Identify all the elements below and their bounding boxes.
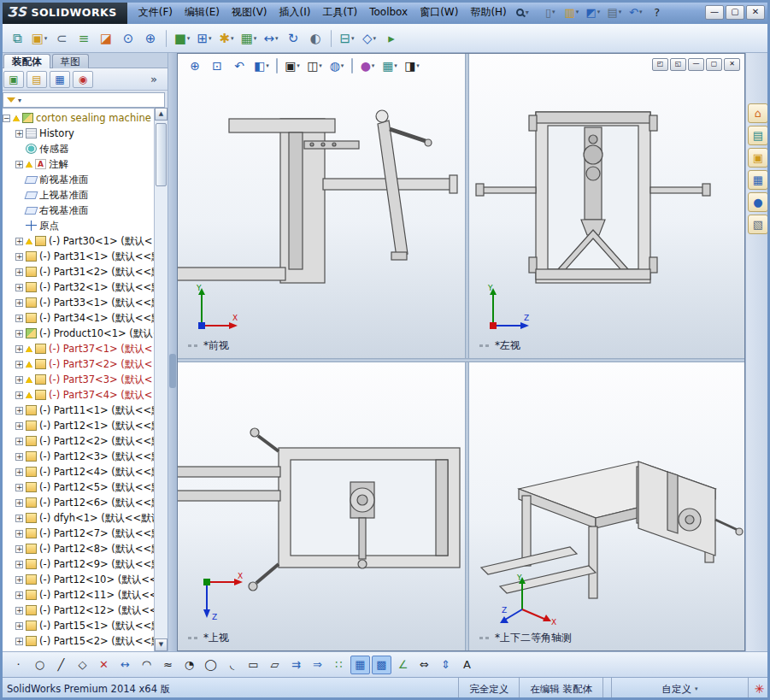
viewport-splitter-horizontal[interactable]: [178, 358, 744, 362]
expander-icon[interactable]: [15, 545, 23, 553]
custom-properties-icon[interactable]: ▧: [748, 215, 768, 234]
reference-geometry-icon[interactable]: ◇: [359, 28, 379, 49]
expander-icon[interactable]: [15, 238, 23, 245]
polygon-icon[interactable]: ◇: [73, 656, 92, 674]
smart-dimension-icon[interactable]: ⇔: [414, 656, 434, 674]
tree-item[interactable]: (-) Part31<1> (默认<<默: [0, 249, 154, 264]
tree-item[interactable]: (-) Part12<1> (默认<<默: [0, 418, 154, 433]
tree-item[interactable]: (-) Part12<9> (默认<<默: [0, 556, 154, 572]
expander-icon[interactable]: [15, 376, 23, 384]
tree-item[interactable]: (-) Part15<1> (默认<<默: [0, 618, 154, 633]
appearances-icon[interactable]: ●: [748, 192, 768, 212]
grid-icon[interactable]: ▦: [350, 656, 370, 674]
find-references-icon[interactable]: ⊙: [118, 28, 138, 49]
tree-item[interactable]: (-) Part12<4> (默认<<默: [0, 464, 154, 479]
view-palette-icon[interactable]: ▦: [748, 170, 768, 190]
corner-rectangle-icon[interactable]: ▭: [244, 656, 263, 674]
rotate-component-icon[interactable]: ↻: [283, 28, 303, 49]
help-icon[interactable]: ?: [648, 3, 667, 21]
commandmanager-tab[interactable]: 草图: [52, 54, 89, 68]
expander-icon[interactable]: [15, 345, 23, 353]
sketch-point-icon[interactable]: ·: [9, 656, 28, 674]
expander-icon[interactable]: [15, 407, 23, 415]
menu-item[interactable]: 文件(F): [132, 3, 179, 22]
tree-item[interactable]: 原点: [0, 218, 154, 233]
angle-icon[interactable]: ∠: [393, 656, 413, 674]
tree-item[interactable]: 右视基准面: [0, 203, 154, 218]
expander-icon[interactable]: [15, 284, 23, 291]
viewport-splitter-vertical[interactable]: [465, 54, 469, 650]
circle-icon[interactable]: ○: [30, 656, 50, 674]
expander-icon[interactable]: [15, 561, 23, 568]
section-view-icon[interactable]: ◧: [251, 56, 272, 75]
tree-item[interactable]: (-) Part37<2> (默认<: [0, 356, 154, 372]
tree-item[interactable]: 前视基准面: [0, 172, 154, 187]
centerpoint-arc-icon[interactable]: ◔: [179, 656, 199, 674]
tile-vertical-icon[interactable]: ◱: [670, 58, 686, 71]
expander-icon[interactable]: [15, 530, 23, 538]
propertymanager-tab-icon[interactable]: ▤: [26, 71, 47, 88]
spline-icon[interactable]: ≈: [158, 656, 178, 674]
attach-icon[interactable]: ⊂: [51, 28, 72, 49]
expander-icon[interactable]: [15, 591, 23, 599]
close-doc-icon[interactable]: ✕: [724, 58, 740, 71]
expander-icon[interactable]: [15, 484, 23, 491]
scrollbar-thumb[interactable]: [156, 123, 167, 186]
scroll-down-button[interactable]: ▼: [155, 638, 168, 651]
expander-icon[interactable]: [15, 161, 23, 168]
tree-item[interactable]: (-) Part37<4> (默认<: [0, 387, 154, 403]
previous-view-icon[interactable]: ↶: [229, 56, 250, 75]
custom-toolbar-dropdown[interactable]: 自定义: [611, 678, 748, 700]
expander-icon[interactable]: [15, 299, 23, 307]
tree-item[interactable]: (-) Part12<8> (默认<<默: [0, 541, 154, 556]
menu-item[interactable]: 帮助(H): [464, 3, 512, 22]
tree-item[interactable]: (-) Part12<2> (默认<<默: [0, 433, 154, 449]
separator[interactable]: [276, 58, 278, 74]
tree-scrollbar[interactable]: ▲ ▼: [154, 108, 168, 651]
external-references-icon[interactable]: ≡: [73, 28, 94, 49]
tree-item[interactable]: (-) Part12<5> (默认<<默: [0, 479, 154, 495]
snap-icon[interactable]: ▩: [372, 656, 391, 674]
ellipse-icon[interactable]: ◯: [201, 656, 220, 674]
expander-icon[interactable]: [15, 576, 23, 584]
smart-fasteners-icon[interactable]: ✱: [216, 28, 237, 49]
tree-item[interactable]: (-) dfyh<1> (默认<<默认: [0, 510, 154, 526]
save-icon[interactable]: ◩: [584, 3, 602, 21]
tree-item[interactable]: (-) Part12<12> (默认<<: [0, 603, 154, 618]
menu-item[interactable]: 视图(V): [226, 3, 273, 22]
tree-item[interactable]: (-) Part34<1> (默认<<默: [0, 310, 154, 326]
tangent-arc-icon[interactable]: ◠: [137, 656, 156, 674]
expander-icon[interactable]: [15, 253, 23, 261]
menu-item[interactable]: 插入(I): [273, 3, 317, 22]
viewport-left[interactable]: Y Z *左视: [469, 54, 744, 358]
show-hidden-components-icon[interactable]: ◐: [305, 28, 326, 49]
solidworks-resources-icon[interactable]: ⌂: [748, 103, 768, 123]
tree-item[interactable]: (-) Product10<1> (默认<: [0, 326, 154, 341]
viewport-top[interactable]: X Z *上视: [178, 362, 465, 650]
graphics-area[interactable]: Y X *前视: [177, 53, 745, 651]
convert-entities-icon[interactable]: ⇉: [286, 656, 306, 674]
component-pattern-icon[interactable]: ▦: [238, 28, 259, 49]
tree-item[interactable]: (-) Part11<1> (默认<<默: [0, 403, 154, 418]
edit-appearance-icon[interactable]: ●: [357, 56, 378, 75]
expander-icon[interactable]: [3, 115, 10, 122]
tree-item[interactable]: (-) Part31<2> (默认<<默: [0, 264, 154, 279]
expander-icon[interactable]: [15, 330, 23, 338]
offset-entities-icon[interactable]: ⇒: [308, 656, 327, 674]
print-icon[interactable]: ▤: [605, 3, 624, 21]
dimxpertmanager-tab-icon[interactable]: ◉: [73, 71, 93, 88]
tree-item[interactable]: (-) Part37<1> (默认<: [0, 341, 154, 356]
tree-item[interactable]: (-) Part12<11> (默认<<: [0, 587, 154, 603]
mirror-entities-icon[interactable]: ↔: [115, 656, 135, 674]
menu-item[interactable]: 工具(T): [316, 3, 363, 22]
tree-item[interactable]: corton sealing machine: [0, 110, 154, 126]
search-dropdown[interactable]: ▾: [516, 9, 529, 16]
viewport-front[interactable]: Y X *前视: [178, 54, 465, 358]
window-cascade-icon[interactable]: ⧉: [7, 28, 27, 49]
parallelogram-icon[interactable]: ▱: [265, 656, 285, 674]
sketch-fillet-icon[interactable]: ◟: [222, 656, 242, 674]
text-icon[interactable]: A: [457, 656, 477, 674]
expander-icon[interactable]: [15, 468, 23, 476]
tree-item[interactable]: (-) Part32<1> (默认<<默: [0, 279, 154, 295]
viewport-isometric[interactable]: Y X Z *上下二等角轴测: [469, 362, 744, 650]
